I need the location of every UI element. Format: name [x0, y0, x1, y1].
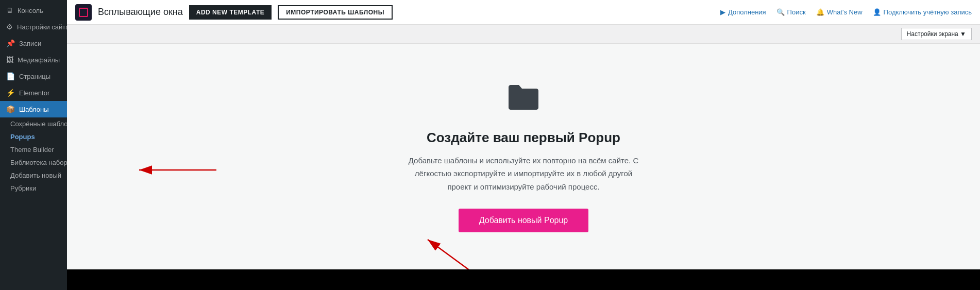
- sidebar-item-media[interactable]: 🖼 Медиафайлы: [0, 52, 67, 68]
- shablony-icon: 📦: [6, 105, 15, 113]
- sidebar-item-konsol[interactable]: 🖥 Консоль: [0, 2, 67, 19]
- sidebar-item-elementor[interactable]: ⚡ Elementor: [0, 84, 67, 101]
- sidebar: 🖥 Консоль ⚙ Настройки сайта 📌 Записи 🖼 М…: [0, 0, 67, 290]
- empty-state-description: Добавьте шаблоны и используйте их повтор…: [405, 154, 642, 194]
- zapisi-icon: 📌: [6, 39, 15, 47]
- user-icon: 👤: [873, 8, 881, 16]
- empty-state: Создайте ваш первый Popup Добавьте шабло…: [395, 60, 652, 253]
- add-popup-button[interactable]: Добавить новый Popup: [459, 209, 589, 232]
- empty-state-title: Создайте ваш первый Popup: [405, 130, 642, 146]
- screen-settings-button[interactable]: Настройки экрана ▼: [901, 28, 972, 40]
- content-area: Создайте ваш первый Popup Добавьте шабло…: [67, 44, 980, 269]
- sidebar-sub-theme-builder[interactable]: Theme Builder: [0, 143, 67, 156]
- bottom-bar: [67, 269, 980, 290]
- sidebar-item-nastroyki[interactable]: ⚙ Настройки сайта: [0, 19, 67, 35]
- screen-settings-bar: Настройки экрана ▼: [67, 25, 980, 44]
- elementor-icon: ⚡: [6, 89, 15, 97]
- topbar: Всплывающие окна ADD NEW TEMPLATE ИМПОРТ…: [67, 0, 980, 25]
- sidebar-item-shablony[interactable]: 📦 Шаблоны: [0, 101, 67, 117]
- search-icon: 🔍: [776, 8, 785, 16]
- whats-new-link[interactable]: 🔔 What's New: [816, 8, 863, 16]
- sidebar-sub-popups[interactable]: Popups: [0, 130, 67, 143]
- sidebar-sub-rubrics[interactable]: Рубрики: [0, 182, 67, 195]
- import-templates-button[interactable]: ИМПОРТИРОВАТЬ ШАБЛОНЫ: [278, 5, 393, 20]
- konsol-icon: 🖥: [6, 6, 13, 14]
- topbar-right: ▶ Дополнения 🔍 Поиск 🔔 What's New 👤 Подк…: [720, 8, 972, 16]
- folder-icon: [405, 81, 642, 120]
- sidebar-sub-saved[interactable]: Сохрённые шаблоны: [0, 117, 67, 130]
- dopolneniya-icon: ▶: [720, 8, 725, 16]
- sidebar-sub-add[interactable]: Добавить новый: [0, 169, 67, 182]
- main-area: Всплывающие окна ADD NEW TEMPLATE ИМПОРТ…: [67, 0, 980, 290]
- add-template-button[interactable]: ADD NEW TEMPLATE: [189, 5, 272, 20]
- media-icon: 🖼: [6, 56, 13, 64]
- sidebar-sub-library[interactable]: Библиотека наборов: [0, 156, 67, 169]
- dopolneniya-link[interactable]: ▶ Дополнения: [720, 8, 766, 16]
- sidebar-item-pages[interactable]: 📄 Страницы: [0, 68, 67, 84]
- connect-link[interactable]: 👤 Подключить учётную запись: [873, 8, 972, 16]
- sidebar-submenu: Сохрённые шаблоны Popups Theme Builder Б…: [0, 117, 67, 195]
- nastroyki-icon: ⚙: [6, 23, 13, 31]
- bell-icon: 🔔: [816, 8, 824, 16]
- search-link[interactable]: 🔍 Поиск: [776, 8, 806, 16]
- sidebar-item-zapisi[interactable]: 📌 Записи: [0, 35, 67, 52]
- elementor-logo: [75, 4, 92, 21]
- elementor-icon-inner: [79, 8, 88, 17]
- topbar-left: Всплывающие окна ADD NEW TEMPLATE ИМПОРТ…: [75, 4, 720, 21]
- pages-icon: 📄: [6, 72, 15, 80]
- page-title: Всплывающие окна: [98, 7, 183, 18]
